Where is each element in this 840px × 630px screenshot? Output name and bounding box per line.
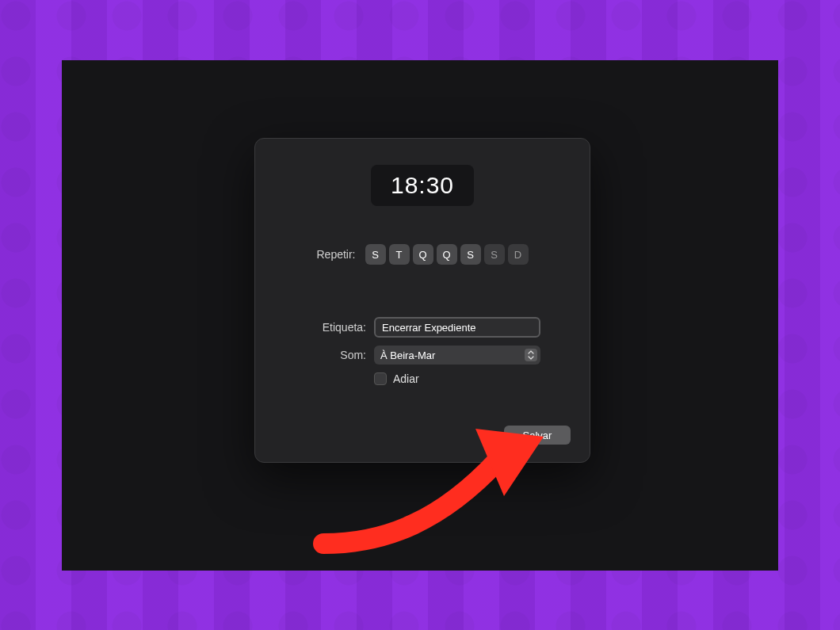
alarm-time-field[interactable]: 18:30 [371,165,474,206]
adiar-label: Adiar [393,372,419,385]
repeat-day-seg[interactable]: S [365,244,386,265]
save-button[interactable]: Salvar [504,426,571,445]
repeat-label: Repetir: [316,248,355,261]
som-select-value: À Beira-Mar [380,349,534,361]
repeat-day-sex[interactable]: S [460,244,481,265]
adiar-checkbox[interactable] [374,372,387,385]
adiar-row: Adiar [255,372,590,385]
repeat-days-group: S T Q Q S S D [365,244,529,265]
app-window: 18:30 Repetir: S T Q Q S S D Etiqueta: S… [62,60,778,571]
repeat-day-sab[interactable]: S [484,244,505,265]
etiqueta-label: Etiqueta: [301,321,366,334]
repeat-day-ter[interactable]: T [389,244,410,265]
etiqueta-input[interactable] [374,317,540,338]
repeat-day-qua[interactable]: Q [413,244,433,265]
som-select[interactable]: À Beira-Mar [374,346,540,365]
repeat-row: Repetir: S T Q Q S S D [255,244,590,265]
repeat-day-qui[interactable]: Q [437,244,457,265]
som-label: Som: [301,349,366,361]
etiqueta-row: Etiqueta: [255,317,590,338]
alarm-edit-dialog: 18:30 Repetir: S T Q Q S S D Etiqueta: S… [254,138,590,463]
som-row: Som: À Beira-Mar [255,346,590,365]
repeat-day-dom[interactable]: D [508,244,529,265]
stepper-icon [525,349,537,361]
dialog-button-row: Cancelar Salvar [428,426,571,445]
form-rows: Etiqueta: Som: À Beira-Mar Adiar [255,317,590,385]
